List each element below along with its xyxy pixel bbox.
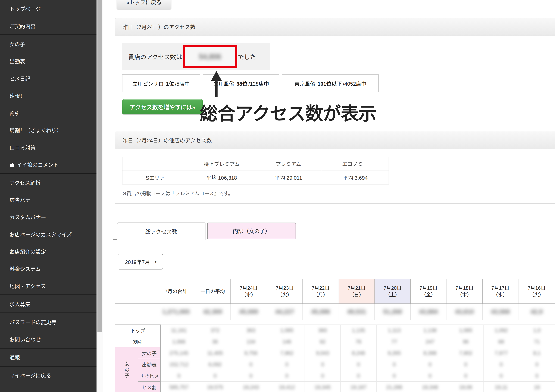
- sidebar-item-map-access[interactable]: 地図・アクセス: [0, 277, 96, 294]
- sidebar-item-contract[interactable]: ご契約内容: [0, 17, 96, 35]
- sidebar-item-label: 広告バナー: [9, 196, 36, 204]
- sidebar-item-access-analytics[interactable]: アクセス解析: [0, 174, 96, 191]
- sidebar: トップページ ご契約内容 女の子 出勤表 ヒメ日記 速報！ 割引 局割！（きょく…: [0, 0, 96, 392]
- masked-value-cell: 1,113: [376, 325, 412, 336]
- masked-value-cell: 11,405: [197, 347, 233, 359]
- masked-value-cell: 44,227: [267, 304, 303, 320]
- masked-value-cell: 0: [412, 359, 448, 370]
- ranking-area: 立川ピンサロ: [132, 80, 164, 87]
- masked-value-cell: 45,089: [231, 304, 267, 320]
- masked-value-cell: 7,977: [483, 347, 519, 359]
- sidebar-item-discount[interactable]: 割引: [0, 104, 96, 121]
- sidebar-item-reviews[interactable]: 口コミ対策: [0, 139, 96, 156]
- masked-value-cell: 1,092: [483, 325, 519, 336]
- back-to-top-button[interactable]: «トップに戻る: [117, 0, 171, 9]
- masked-value-cell: 43,568: [482, 304, 518, 320]
- sidebar-item-password[interactable]: パスワードの変更等: [0, 313, 96, 330]
- sidebar-item-label: 料金システム: [9, 265, 41, 272]
- sidebar-item-top-page[interactable]: トップページ: [0, 0, 96, 17]
- avg-value: 平均 3,694: [322, 171, 389, 185]
- tab-breakdown-girls[interactable]: 内訳（女の子）: [207, 222, 296, 239]
- masked-value-cell: 49,531: [339, 304, 375, 320]
- col-daily-average: 一日の平均: [195, 279, 231, 304]
- sidebar-item-label: 局割！（きょくわり）: [9, 126, 62, 134]
- sidebar-item-kyokuwari[interactable]: 局割！（きょくわり）: [0, 121, 96, 139]
- sidebar-item-girls[interactable]: 女の子: [0, 35, 96, 52]
- sidebar-item-label: パスワードの変更等: [9, 318, 57, 326]
- ranking-total: /5店中: [175, 80, 190, 87]
- masked-value-cell: 51,268: [375, 304, 410, 320]
- sidebar-item-custom-banner[interactable]: カスタムバナー: [0, 208, 96, 226]
- other-shops-panel: 昨日（7月24日）の他店のアクセス数 特上プレミアム プレミアム エコノミー S…: [115, 131, 555, 204]
- col-jul16-clipped: 7月16日（火）: [518, 279, 555, 304]
- masked-value-cell: 0: [412, 370, 448, 382]
- masked-value-cell: 19,575: [197, 382, 233, 392]
- masked-value-cell: 363: [233, 325, 269, 336]
- masked-value-cell: 0: [483, 370, 519, 382]
- sidebar-item-recruiting[interactable]: 求人募集: [0, 295, 96, 313]
- masked-value-cell: 76: [341, 336, 377, 347]
- row-label-schedule: 出勤表: [138, 359, 161, 370]
- masked-value-cell: 43,810: [446, 304, 482, 320]
- avg-value: 平均 106,318: [188, 171, 255, 185]
- masked-value-cell: 96: [448, 336, 483, 347]
- sidebar-item-label: 口コミ対策: [9, 143, 36, 151]
- masked-value-cell: 1,085: [448, 325, 483, 336]
- sidebar-item-label: お店ページのカスタマイズ: [9, 230, 72, 238]
- masked-value-cell: 0: [483, 359, 519, 370]
- masked-value-cell: 0: [519, 370, 555, 382]
- masked-value-cell: 0: [233, 359, 269, 370]
- masked-value-cell: 19,11: [483, 382, 519, 392]
- masked-value-cell: 1,085: [269, 325, 305, 336]
- row-label-girls: 女の子: [138, 347, 161, 359]
- sidebar-item-diary[interactable]: ヒメ日記: [0, 70, 96, 87]
- sidebar-item-page-customize[interactable]: お店ページのカスタマイズ: [0, 226, 96, 243]
- sidebar-item-label: お店紹介の設定: [9, 248, 46, 255]
- sidebar-item-shop-intro[interactable]: お店紹介の設定: [0, 243, 96, 260]
- sidebar-item-pricing[interactable]: 料金システム: [0, 260, 96, 277]
- masked-value-cell: 0: [305, 370, 341, 382]
- masked-value-cell: 9,265: [376, 347, 412, 359]
- col-jul23: 7月23日（火）: [267, 279, 303, 304]
- panel-title: 昨日（7月24日）の他店のアクセス数: [115, 131, 555, 149]
- thumbs-up-icon: [9, 162, 15, 167]
- table-row-discount: 割引 1,06636134146927677247966871: [115, 336, 555, 347]
- masked-value-cell: 11,161: [161, 325, 197, 336]
- masked-value-cell: 42,9: [518, 304, 555, 320]
- masked-value-cell: 92: [305, 336, 341, 347]
- masked-value-cell: 0: [448, 370, 483, 382]
- masked-value-cell: 1,066: [161, 336, 197, 347]
- masked-value-cell: 372: [197, 325, 233, 336]
- annotation-arrow-icon: [211, 71, 222, 81]
- increase-access-button[interactable]: アクセス数を増やすには»: [122, 99, 203, 114]
- masked-value-cell: 585,757: [161, 382, 197, 392]
- access-count-box: 貴店のアクセス数は 54,806 でした: [122, 43, 270, 70]
- ranking-badge-tachikawa-pinsalo: 立川ピンサロ 1位 /5店中: [122, 74, 200, 92]
- sidebar-item-report[interactable]: 通報: [0, 349, 96, 366]
- access-table-header: 7月の合計 一日の平均 7月24日（水） 7月23日（火） 7月22日（月） 7…: [115, 279, 555, 320]
- sidebar-item-ad-banner[interactable]: 広告バナー: [0, 191, 96, 208]
- corner-cell: [115, 279, 157, 304]
- month-select-dropdown[interactable]: 2019年7月 ▼: [118, 254, 163, 270]
- masked-value-cell: 8,1: [519, 347, 555, 359]
- masked-value-cell: 19,06: [448, 382, 483, 392]
- masked-value-cell: 0: [448, 359, 483, 370]
- sidebar-item-news[interactable]: 速報！: [0, 87, 96, 104]
- sidebar-item-comments[interactable]: イイ娘のコメント: [0, 156, 96, 173]
- other-shops-table: 特上プレミアム プレミアム エコノミー Sエリア 平均 106,318 平均 2…: [122, 157, 389, 185]
- access-table-header-row: 7月の合計 一日の平均 7月24日（水） 7月23日（火） 7月22日（月） 7…: [115, 279, 555, 304]
- sidebar-item-mypage[interactable]: マイページに戻る: [0, 367, 96, 384]
- table-row-girls: 女の子 女の子 275,14511,4059,7567,9629,0438,24…: [115, 347, 555, 359]
- masked-value-cell: 152,712: [161, 359, 197, 370]
- tab-total-access[interactable]: 総アクセス数: [117, 222, 205, 240]
- sidebar-scrollbar-thumb[interactable]: [97, 0, 102, 332]
- sidebar-item-inquiry[interactable]: お問い合わせ: [0, 330, 96, 348]
- sidebar-item-label: アクセス解析: [9, 179, 41, 186]
- panel-title: 昨日（7月24日）のアクセス数: [115, 18, 555, 36]
- col-jul17: 7月17日（水）: [482, 279, 518, 304]
- masked-value-cell: 0: [269, 370, 305, 382]
- masked-value-cell: 19,348: [412, 382, 448, 392]
- sidebar-item-schedule[interactable]: 出勤表: [0, 52, 96, 70]
- sidebar-item-label: トップページ: [9, 5, 41, 13]
- totals-row-label: [115, 304, 157, 320]
